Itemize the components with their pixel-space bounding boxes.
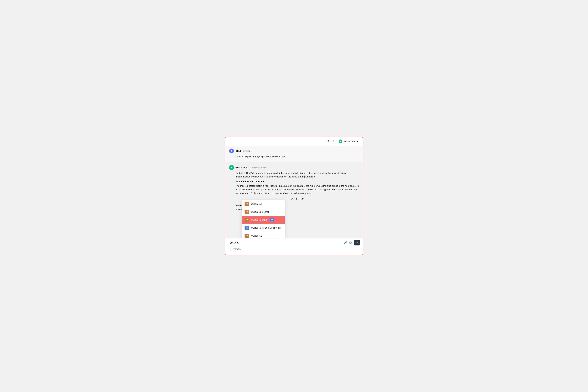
claude-icon-sonnet: AI [244, 210, 249, 214]
claude-icon-feature: 🤖 [244, 226, 249, 230]
assistant-para-1: Certainly! The Pythagorean theorem is a … [236, 171, 359, 178]
user-sender-name: OSNI [236, 150, 241, 152]
user-message-text: Can you explain the Pythagorean theorem … [236, 155, 359, 158]
chat-area: O OSNI a minute ago Can you explain the … [226, 146, 362, 238]
dropdown-item-claude3feature[interactable]: 🤖 @Claude 3 Feature Spec Writer [242, 224, 285, 232]
user-message-content: Can you explain the Pythagorean theorem … [236, 155, 359, 158]
prompts-label: Prompts [232, 248, 240, 250]
input-area: 🎤 📎 ➤ Prompts [226, 238, 362, 255]
download-icon: ⬇ [332, 140, 334, 143]
assistant-sender-name: GPT-4 Turbo [236, 166, 248, 169]
user-avatar: O [229, 148, 234, 154]
microphone-icon: 🎤 [344, 241, 348, 244]
download-button[interactable]: ⬇ [331, 139, 335, 144]
claude-icon-opus: AI [244, 218, 249, 222]
refresh-icon: ↺ [326, 140, 329, 143]
claudev1-label: @ClaudeV1 [251, 234, 262, 238]
prompts-button[interactable]: Prompts [230, 247, 243, 251]
input-actions: 🎤 📎 ➤ [344, 240, 360, 246]
claude3feature-label: @Claude 3 Feature Spec Writer [251, 226, 281, 230]
assistant-message-block: ✦ GPT-4 Turbo a few seconds ago Certainl… [226, 162, 362, 238]
claude3opus-label: @Claude 3 Opus [251, 218, 267, 222]
assistant-para-3: The theorem states that in a right trian… [236, 184, 359, 195]
claude3sonnet-label: @Claude 3 Sonnet [251, 210, 269, 214]
statement-heading: Statement of the Theorem [236, 180, 359, 184]
assistant-message-header: ✦ GPT-4 Turbo a few seconds ago [229, 165, 359, 170]
mention-dropdown-menu: AI @ClaudeV2 AI @Claude 3 Sonnet [242, 200, 285, 238]
paperclip-icon: 📎 [349, 241, 352, 244]
model-selector-button[interactable]: ✦ GPT-4 Turbo ▾ [337, 138, 360, 144]
app-container: ↺ ⬇ ✦ GPT-4 Turbo ▾ O OSNI a minute ago … [225, 137, 363, 255]
mention-dropdown-container: AI @ClaudeV2 AI @Claude 3 Sonnet [242, 212, 359, 238]
assistant-message-content: Certainly! The Pythagorean theorem is a … [236, 171, 359, 238]
dropdown-item-claudev2[interactable]: AI @ClaudeV2 [242, 200, 285, 208]
claude-icon-v1: AI [244, 234, 249, 238]
assistant-timestamp: a few seconds ago [250, 166, 266, 168]
chevron-down-icon: ▾ [357, 140, 358, 142]
user-message-block: O OSNI a minute ago Can you explain the … [226, 146, 362, 162]
dropdown-item-claude3opus[interactable]: AI @Claude 3 Opus ✓ s [242, 216, 285, 224]
user-timestamp: a minute ago [243, 150, 254, 152]
input-row: 🎤 📎 ➤ [228, 240, 360, 246]
message-input[interactable] [228, 240, 342, 246]
dropdown-scroll[interactable]: AI @ClaudeV2 AI @Claude 3 Sonnet [242, 200, 285, 238]
send-icon: ➤ [356, 241, 358, 244]
assistant-avatar: ✦ [229, 165, 234, 170]
model-name-label: GPT-4 Turbo [344, 140, 356, 142]
microphone-button[interactable]: 🎤 [344, 241, 348, 244]
claude-icon-v2: AI [244, 202, 249, 206]
refresh-button[interactable]: ↺ [326, 139, 330, 144]
claudev2-label: @ClaudeV2 [251, 202, 262, 206]
claude3opus-badge: ✓ s [270, 218, 274, 222]
user-message-header: O OSNI a minute ago [229, 148, 359, 154]
gpt4-icon: ✦ [339, 140, 342, 143]
send-button[interactable]: ➤ [354, 240, 360, 246]
bottom-bar: Prompts [228, 246, 360, 253]
header: ↺ ⬇ ✦ GPT-4 Turbo ▾ [226, 137, 362, 146]
dropdown-item-claudev1[interactable]: AI @ClaudeV1 [242, 232, 285, 238]
attach-button[interactable]: 📎 [349, 241, 352, 244]
dropdown-item-claude3sonnet[interactable]: AI @Claude 3 Sonnet [242, 208, 285, 216]
